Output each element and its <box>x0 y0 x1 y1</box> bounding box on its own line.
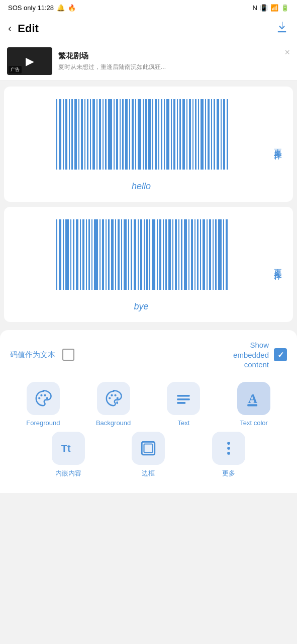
svg-rect-86 <box>157 219 158 290</box>
svg-rect-46 <box>201 99 204 170</box>
tools-grid-2: Tt 内嵌内容 边框 <box>10 432 287 478</box>
svg-rect-94 <box>181 219 182 290</box>
svg-rect-84 <box>149 219 150 290</box>
svg-rect-80 <box>138 219 139 290</box>
svg-rect-50 <box>214 99 215 170</box>
palette-icon <box>35 390 52 407</box>
tool-text-color[interactable]: A Text color <box>221 382 287 427</box>
bottom-sheet: 码值作为文本 Showembeddedcontent ✓ Foregro <box>0 330 297 493</box>
svg-rect-81 <box>140 219 142 290</box>
svg-rect-49 <box>211 99 212 170</box>
svg-rect-28 <box>145 99 147 170</box>
ad-thumbnail: ▶ 广告 <box>7 47 52 75</box>
status-bar: SOS only 11:28 🔔 🔥 N 📳 📶 🔋 <box>0 0 297 16</box>
tool-border[interactable]: 边框 <box>111 432 187 478</box>
svg-rect-51 <box>217 99 219 170</box>
svg-rect-71 <box>108 219 110 290</box>
svg-text:A: A <box>248 391 258 406</box>
svg-point-110 <box>40 394 42 396</box>
svg-rect-68 <box>100 219 101 290</box>
svg-rect-54 <box>227 99 228 170</box>
svg-rect-99 <box>197 219 199 290</box>
svg-point-115 <box>114 394 116 396</box>
svg-rect-11 <box>90 99 91 170</box>
svg-rect-66 <box>91 219 92 290</box>
download-button[interactable] <box>275 21 289 37</box>
nfc-icon: N <box>253 4 257 12</box>
svg-rect-52 <box>221 99 222 170</box>
svg-rect-92 <box>175 219 177 290</box>
page-title: Edit <box>18 22 39 35</box>
code-as-text-checkbox[interactable] <box>62 349 74 361</box>
embedded-label-text: 内嵌内容 <box>55 469 81 478</box>
svg-rect-4 <box>69 99 70 170</box>
svg-rect-121 <box>247 404 257 406</box>
tool-text[interactable]: Text <box>151 382 217 427</box>
svg-point-114 <box>111 394 113 396</box>
show-embedded-checkbox[interactable]: ✓ <box>274 348 287 361</box>
svg-rect-75 <box>121 219 122 290</box>
palette2-icon <box>105 390 122 407</box>
svg-rect-85 <box>152 219 155 290</box>
tool-more[interactable]: 更多 <box>190 432 267 478</box>
svg-rect-41 <box>186 99 187 170</box>
flame-icon: 🔥 <box>68 4 76 12</box>
svg-point-127 <box>227 452 230 455</box>
ad-close-button[interactable]: × <box>284 47 290 58</box>
svg-rect-103 <box>209 219 211 290</box>
svg-rect-23 <box>129 99 130 170</box>
tool-background[interactable]: Background <box>80 382 147 427</box>
svg-rect-106 <box>218 219 222 290</box>
svg-rect-30 <box>152 99 153 170</box>
svg-rect-78 <box>131 219 132 290</box>
svg-rect-3 <box>65 99 67 170</box>
svg-rect-10 <box>87 99 88 170</box>
svg-rect-36 <box>171 99 172 170</box>
font-color-icon: A <box>245 390 262 407</box>
svg-rect-18 <box>114 99 115 170</box>
foreground-label: Foreground <box>26 419 60 427</box>
more-actions-1[interactable]: 更多操作 <box>270 138 285 150</box>
svg-text:Tt: Tt <box>61 443 71 454</box>
background-icon-box <box>97 382 130 415</box>
barcode-area-2: bye <box>12 217 270 312</box>
border-icon-box <box>132 432 165 465</box>
embedded-icon-box: Tt <box>52 432 85 465</box>
back-button[interactable]: ‹ <box>8 22 12 35</box>
tools-grid: Foreground Background <box>10 382 287 427</box>
svg-rect-27 <box>143 99 144 170</box>
svg-point-126 <box>227 447 230 450</box>
svg-point-109 <box>38 397 40 399</box>
more-icon-box <box>212 432 245 465</box>
svg-rect-107 <box>223 219 224 290</box>
svg-rect-59 <box>70 219 71 290</box>
more-actions-2[interactable]: 更多操作 <box>270 259 285 271</box>
svg-rect-34 <box>164 99 165 170</box>
svg-rect-14 <box>99 99 101 170</box>
barcode-label-1: hello <box>132 181 151 192</box>
tool-embedded[interactable]: Tt 内嵌内容 <box>30 432 107 478</box>
svg-rect-17 <box>108 99 112 170</box>
svg-point-112 <box>46 397 48 399</box>
svg-rect-2 <box>63 99 64 170</box>
svg-rect-7 <box>78 99 79 170</box>
svg-rect-88 <box>163 219 164 290</box>
svg-rect-65 <box>88 219 90 290</box>
svg-rect-35 <box>166 99 169 170</box>
svg-rect-39 <box>179 99 181 170</box>
tool-foreground[interactable]: Foreground <box>10 382 76 427</box>
svg-rect-48 <box>208 99 210 170</box>
ad-label: 广告 <box>9 66 22 73</box>
svg-rect-57 <box>63 219 64 290</box>
text-color-label: Text color <box>240 419 268 427</box>
svg-rect-97 <box>191 219 193 290</box>
svg-rect-105 <box>215 219 217 290</box>
more-label: 更多 <box>222 469 235 478</box>
ad-subtitle: 夏时从未想过，重逢后陆南沉如此疯狂... <box>58 63 209 71</box>
foreground-icon-box <box>27 382 60 415</box>
svg-rect-22 <box>125 99 128 170</box>
wifi-icon: 📶 <box>270 4 278 12</box>
battery-icon: 🔋 <box>281 4 289 12</box>
vibrate-icon: 📳 <box>260 4 268 12</box>
barcode-card-2: bye 更多操作 <box>4 207 293 322</box>
